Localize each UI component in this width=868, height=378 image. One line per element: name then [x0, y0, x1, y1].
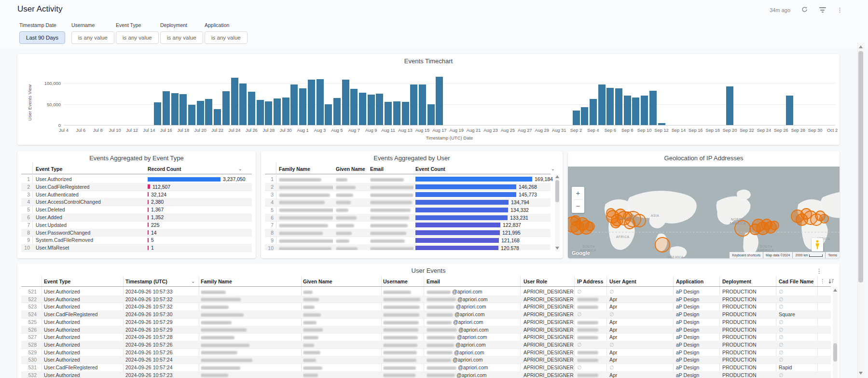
page-scrollbar-down[interactable] — [859, 372, 863, 375]
deployment-cell[interactable]: PRODUCTION — [722, 334, 757, 340]
user-agent-cell[interactable]: Apr — [609, 327, 670, 333]
timechart-bar[interactable] — [410, 84, 417, 125]
timechart-bar[interactable] — [248, 92, 255, 125]
cad-file-name-cell[interactable]: ∅ — [779, 342, 815, 348]
timechart-bar[interactable] — [624, 96, 631, 125]
deployment-cell[interactable]: PRODUCTION — [722, 304, 757, 309]
timechart-bar[interactable] — [641, 96, 648, 125]
cad-file-name-cell[interactable]: ∅ — [779, 319, 815, 325]
timechart-bar[interactable] — [436, 77, 443, 125]
timechart-bar[interactable] — [222, 91, 230, 125]
user-role-cell[interactable]: APRIORI_DESIGNER — [524, 342, 574, 348]
record-count-value[interactable]: 1 — [151, 245, 154, 251]
timestamp-cell[interactable]: 2024-09-26 10:57:32 — [125, 296, 173, 302]
column-header-username[interactable]: Username — [383, 279, 408, 284]
timestamp-cell[interactable]: 2024-09-26 10:57:24 — [125, 357, 173, 363]
event-type-cell[interactable]: User.Authorized — [44, 350, 80, 355]
timestamp-cell[interactable]: 2024-09-26 10:57:29 — [125, 327, 173, 333]
column-header-given-name[interactable]: Given Name — [303, 279, 332, 284]
record-count-bar[interactable] — [148, 208, 149, 212]
user-role-cell[interactable]: APRIORI_DESIGNER — [524, 311, 574, 317]
filter-value-chip[interactable]: is any value — [160, 31, 203, 44]
timechart-bar[interactable] — [163, 91, 170, 125]
event-count-bar[interactable] — [415, 192, 516, 197]
application-cell[interactable]: aP Design — [676, 342, 699, 348]
record-count-bar[interactable] — [148, 238, 149, 242]
cad-file-name-cell[interactable]: ∅ — [779, 289, 815, 294]
record-count-value[interactable]: 32,124 — [151, 192, 166, 197]
dashboard-menu-icon[interactable]: ⋮ — [837, 7, 843, 13]
event-count-value[interactable]: 120,578 — [501, 245, 519, 250]
sort-rows-icon[interactable] — [828, 278, 834, 286]
timechart-bar[interactable] — [205, 99, 212, 125]
application-cell[interactable]: aP Design — [676, 296, 699, 302]
event-count-value[interactable]: 122,837 — [503, 222, 521, 228]
event-type-cell[interactable]: User.MfaReset — [36, 245, 69, 251]
sort-chevron-icon[interactable]: ⌄ — [191, 279, 195, 284]
timechart-bar[interactable] — [658, 123, 665, 125]
cad-file-name-cell[interactable]: ∅ — [779, 372, 815, 378]
column-header-email[interactable]: Email — [427, 279, 440, 284]
event-type-cell[interactable]: System.CadFileRemoved — [36, 237, 93, 243]
user-agent-cell[interactable]: Apr — [609, 334, 670, 340]
column-header-application[interactable]: Application — [676, 279, 703, 284]
column-header-given-name[interactable]: Given Name — [336, 166, 365, 172]
event-type-cell[interactable]: User.CadFileRegistered — [36, 184, 89, 190]
column-header-record-count[interactable]: Record Count — [148, 166, 181, 172]
timechart-bar[interactable] — [573, 111, 580, 125]
timechart-bar[interactable] — [419, 84, 426, 125]
timechart-bar[interactable] — [726, 86, 733, 125]
timechart-bar[interactable] — [308, 80, 315, 125]
timestamp-cell[interactable]: 2024-09-26 10:57:33 — [125, 289, 173, 294]
timechart-bar[interactable] — [427, 104, 435, 126]
user-agent-cell[interactable]: Apr — [609, 296, 670, 302]
event-type-cell[interactable]: User.Authorized — [44, 289, 80, 294]
cad-file-name-cell[interactable]: ∅ — [779, 327, 815, 333]
event-type-cell[interactable]: User.PasswordChanged — [36, 230, 90, 236]
table-scrollbar-down[interactable] — [555, 247, 559, 250]
ip-location-marker[interactable] — [655, 238, 670, 252]
pegman-control[interactable] — [812, 238, 823, 252]
timestamp-cell[interactable]: 2024-09-26 10:57:26 — [125, 350, 173, 355]
column-header-event-count[interactable]: Event Count — [415, 166, 445, 172]
column-header-event-type[interactable]: Event Type — [36, 166, 62, 172]
application-cell[interactable]: aP Design — [676, 289, 699, 294]
zoom-out-button[interactable]: − — [572, 200, 584, 212]
page-scrollbar-thumb[interactable] — [858, 51, 863, 282]
deployment-cell[interactable]: PRODUCTION — [722, 350, 757, 355]
event-count-value[interactable]: 121,995 — [502, 230, 521, 236]
user-agent-cell[interactable]: ∅ — [609, 289, 670, 294]
timechart-bar[interactable] — [265, 101, 272, 125]
timechart-bar[interactable] — [333, 98, 341, 125]
column-header-ip-address[interactable]: IP Address — [577, 279, 603, 284]
timechart-bar[interactable] — [649, 91, 657, 125]
deployment-cell[interactable]: PRODUCTION — [722, 289, 757, 294]
event-count-bar[interactable] — [415, 200, 509, 205]
user-agent-cell[interactable]: ∅ — [609, 364, 670, 370]
user-role-cell[interactable]: APRIORI_DESIGNER — [524, 319, 574, 325]
user-agent-cell[interactable]: Apr — [609, 304, 670, 309]
timechart-bar[interactable] — [274, 98, 281, 125]
user-role-cell[interactable]: APRIORI_DESIGNER — [524, 364, 574, 370]
sort-chevron-icon[interactable]: ⌄ — [238, 166, 242, 171]
event-count-bar[interactable] — [415, 246, 498, 250]
user-agent-cell[interactable]: ∅ — [609, 342, 670, 348]
application-cell[interactable]: aP Design — [676, 350, 699, 355]
timechart-bar[interactable] — [581, 107, 588, 125]
event-type-cell[interactable]: User.Authenticated — [36, 192, 79, 197]
timechart-bar[interactable] — [359, 93, 366, 125]
zoom-in-button[interactable]: + — [572, 187, 584, 199]
table-scrollbar-thumb[interactable] — [833, 343, 837, 362]
user-role-cell[interactable]: APRIORI_DESIGNER — [524, 350, 574, 355]
application-cell[interactable]: aP Design — [676, 357, 699, 363]
event-type-cell[interactable]: User.Authorized — [44, 296, 80, 302]
record-count-value[interactable]: 112,507 — [152, 184, 170, 190]
world-map[interactable]: EUROPEASIAAFRICASOUTHAMERICAOCEANIANORTH… — [568, 167, 840, 258]
timechart-bar[interactable] — [154, 102, 161, 125]
column-header-cad-file-name[interactable]: Cad File Name — [779, 279, 813, 284]
event-count-bar[interactable] — [415, 215, 508, 220]
timestamp-cell[interactable]: 2024-09-26 10:57:29 — [125, 319, 173, 325]
timechart-bar[interactable] — [179, 94, 187, 125]
timestamp-cell[interactable]: 2024-09-26 10:57:30 — [125, 311, 173, 317]
deployment-cell[interactable]: PRODUCTION — [722, 319, 757, 325]
